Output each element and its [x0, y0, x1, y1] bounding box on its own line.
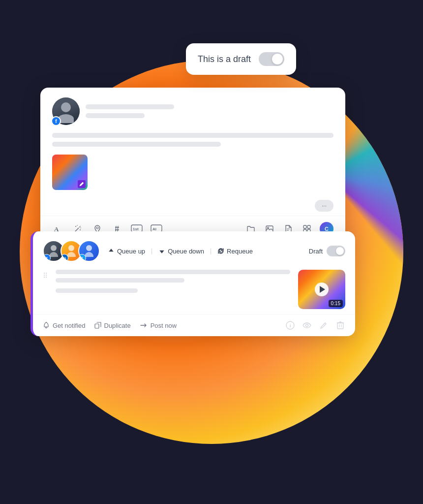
get-notified-label: Get notified	[53, 322, 86, 329]
svg-rect-20	[303, 225, 306, 228]
text-line-2	[52, 142, 221, 147]
video-thumbnail[interactable]: 0:15	[298, 270, 345, 309]
requeue-label: Requeue	[227, 248, 253, 255]
content-text-lines	[52, 133, 333, 147]
post-footer: Get notified Duplicate Post now	[33, 314, 355, 336]
social-badge-fb: f	[43, 254, 51, 262]
footer-actions-left: Get notified Duplicate Post now	[43, 322, 285, 329]
draft-toggle[interactable]	[259, 52, 284, 66]
post-draft-label: Draft	[309, 248, 323, 255]
queue-down-button[interactable]: Queue down	[158, 248, 204, 255]
play-button[interactable]	[315, 283, 329, 296]
svg-point-3	[75, 226, 76, 227]
footer-actions-right: i	[285, 320, 345, 330]
post-now-label: Post now	[151, 322, 177, 329]
composer-header: f	[40, 88, 345, 133]
preview-icon[interactable]	[302, 320, 312, 330]
svg-rect-21	[307, 225, 310, 228]
text-line-1	[52, 133, 333, 138]
subtitle-line	[86, 113, 145, 118]
queue-down-label: Queue down	[168, 248, 204, 255]
drag-handle[interactable]: ⠿	[43, 270, 48, 280]
requeue-button[interactable]: Requeue	[217, 248, 253, 255]
facebook-badge: f	[51, 116, 61, 126]
composer-content	[40, 133, 345, 196]
post-draft-toggle: Draft	[309, 246, 345, 256]
name-line	[86, 104, 174, 109]
avatar-wrapper: f	[52, 97, 80, 125]
duplicate-button[interactable]: Duplicate	[94, 322, 131, 329]
toggle-knob	[272, 54, 283, 64]
post-line-3	[56, 288, 138, 293]
queue-up-button[interactable]: Queue up	[108, 248, 145, 255]
svg-text:AI: AI	[152, 227, 156, 231]
scene: This is a draft f	[0, 0, 423, 504]
post-now-button[interactable]: Post now	[140, 322, 177, 329]
svg-point-28	[306, 324, 308, 327]
post-line-2	[56, 278, 184, 283]
queue-up-label: Queue up	[117, 248, 145, 255]
post-text-area	[56, 270, 290, 293]
post-content-area: ⠿ 0:15	[33, 267, 355, 314]
queue-actions: Queue up | Queue down | Requeue	[108, 246, 345, 256]
draft-card: This is a draft	[186, 43, 296, 75]
queue-divider-1: |	[151, 248, 152, 254]
avatars-group: f in t	[43, 240, 100, 262]
svg-point-4	[80, 229, 81, 230]
svg-text:1st: 1st	[133, 227, 139, 231]
svg-point-5	[77, 225, 78, 226]
info-icon[interactable]: i	[285, 320, 295, 330]
queue-divider-2: |	[210, 248, 212, 254]
post-draft-switch[interactable]	[327, 246, 345, 256]
play-triangle	[320, 286, 325, 293]
header-placeholder-lines	[86, 104, 333, 118]
image-preview[interactable]	[52, 155, 88, 190]
duplicate-label: Duplicate	[104, 322, 131, 329]
scheduled-post-card: f in t	[30, 231, 355, 336]
svg-point-6	[80, 227, 81, 228]
social-badge-li: in	[60, 254, 68, 262]
image-edit-badge	[78, 180, 86, 188]
composer-card: f ···	[40, 88, 345, 242]
card-actions-row: ···	[40, 196, 345, 216]
more-button[interactable]: ···	[315, 200, 333, 212]
svg-rect-25	[95, 324, 99, 328]
avatar-3: t	[78, 240, 100, 262]
edit-icon[interactable]	[319, 320, 329, 330]
social-badge-tw: t	[78, 254, 86, 262]
svg-text:i: i	[290, 323, 291, 328]
video-duration: 0:15	[329, 300, 343, 307]
post-draft-knob	[336, 247, 344, 255]
delete-icon[interactable]	[335, 320, 345, 330]
post-card-header: f in t	[33, 231, 355, 267]
get-notified-button[interactable]: Get notified	[43, 322, 86, 329]
svg-point-7	[96, 227, 98, 229]
svg-rect-29	[337, 323, 343, 329]
post-text-lines	[56, 270, 290, 283]
post-line-1	[56, 270, 290, 274]
draft-card-label: This is a draft	[198, 54, 251, 64]
